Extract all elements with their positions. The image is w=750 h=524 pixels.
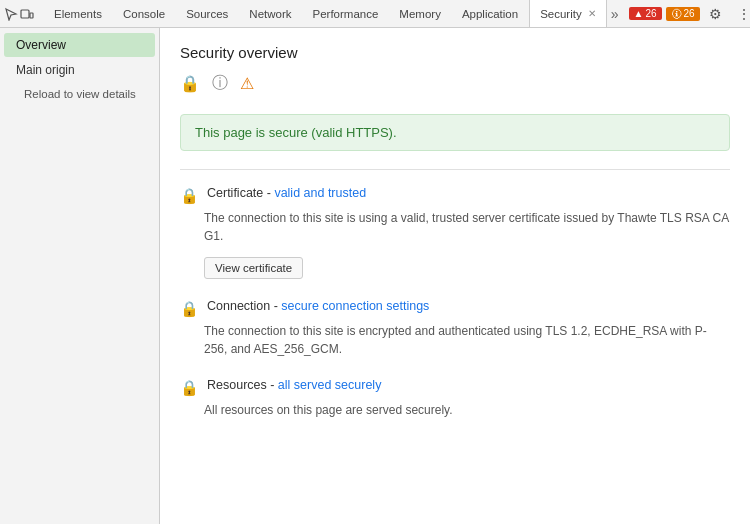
certificate-lock-icon: 🔒	[180, 187, 199, 205]
sidebar-item-main-origin[interactable]: Main origin	[4, 58, 155, 82]
info-badge-icon: 🛈	[671, 8, 682, 20]
resources-body: All resources on this page are served se…	[204, 401, 730, 419]
section-resources: 🔒 Resources - all served securely All re…	[180, 378, 730, 419]
tab-security[interactable]: Security ✕	[529, 0, 607, 27]
view-certificate-button[interactable]: View certificate	[204, 257, 303, 279]
tab-sources[interactable]: Sources	[176, 0, 239, 27]
sidebar: Overview Main origin Reload to view deta…	[0, 28, 160, 524]
badge-warning[interactable]: ▲ 26	[629, 7, 662, 20]
tab-security-close[interactable]: ✕	[588, 8, 596, 19]
svg-rect-1	[30, 13, 33, 18]
tab-memory[interactable]: Memory	[389, 0, 452, 27]
section-certificate: 🔒 Certificate - valid and trusted The co…	[180, 186, 730, 279]
gear-icon: ⚙	[709, 6, 722, 22]
resources-lock-icon: 🔒	[180, 379, 199, 397]
devtools-toolbar: Elements Console Sources Network Perform…	[0, 0, 750, 28]
more-icon: ⋮	[737, 6, 750, 22]
section-connection-header: 🔒 Connection - secure connection setting…	[180, 299, 730, 318]
main-content: Security overview 🔒 ⓘ ⚠ This page is sec…	[160, 28, 750, 524]
section-resources-header: 🔒 Resources - all served securely	[180, 378, 730, 397]
connection-title: Connection - secure connection settings	[207, 299, 429, 313]
warning-triangle-icon[interactable]: ⚠	[240, 74, 254, 93]
layout-icon-btn[interactable]	[20, 2, 34, 26]
security-icons-row: 🔒 ⓘ ⚠	[180, 73, 730, 94]
tab-bar: Elements Console Sources Network Perform…	[44, 0, 623, 27]
certificate-body: The connection to this site is using a v…	[204, 209, 730, 245]
settings-btn[interactable]: ⚙	[704, 2, 728, 26]
more-btn[interactable]: ⋮	[732, 2, 750, 26]
sidebar-item-reload[interactable]: Reload to view details	[4, 83, 155, 105]
toolbar-right: ▲ 26 🛈 26 ⚙ ⋮	[629, 2, 751, 26]
tab-performance[interactable]: Performance	[303, 0, 390, 27]
devtools-body: Overview Main origin Reload to view deta…	[0, 28, 750, 524]
section-divider-top	[180, 169, 730, 170]
tab-network[interactable]: Network	[239, 0, 302, 27]
tab-console[interactable]: Console	[113, 0, 176, 27]
section-connection: 🔒 Connection - secure connection setting…	[180, 299, 730, 358]
tab-elements[interactable]: Elements	[44, 0, 113, 27]
section-certificate-header: 🔒 Certificate - valid and trusted	[180, 186, 730, 205]
badge-info[interactable]: 🛈 26	[666, 7, 700, 21]
secure-banner: This page is secure (valid HTTPS).	[180, 114, 730, 151]
info-circle-icon[interactable]: ⓘ	[212, 73, 228, 94]
tab-application[interactable]: Application	[452, 0, 529, 27]
resources-title: Resources - all served securely	[207, 378, 381, 392]
warning-icon: ▲	[634, 8, 644, 19]
svg-rect-0	[21, 10, 29, 18]
tab-overflow-btn[interactable]: »	[607, 6, 623, 22]
lock-icon[interactable]: 🔒	[180, 74, 200, 93]
page-title: Security overview	[180, 44, 730, 61]
cursor-icon-btn[interactable]	[4, 2, 18, 26]
connection-lock-icon: 🔒	[180, 300, 199, 318]
sidebar-item-overview[interactable]: Overview	[4, 33, 155, 57]
certificate-title: Certificate - valid and trusted	[207, 186, 366, 200]
connection-body: The connection to this site is encrypted…	[204, 322, 730, 358]
